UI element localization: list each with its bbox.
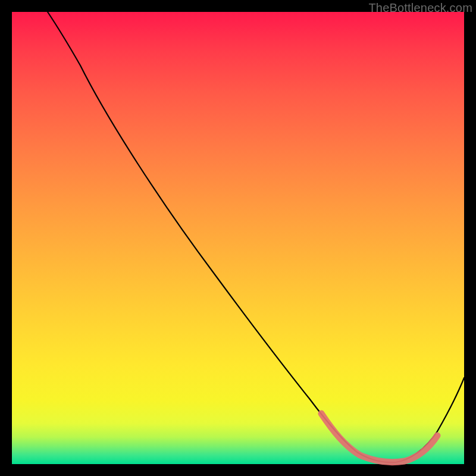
- chart-svg: [12, 12, 464, 464]
- bottleneck-curve: [48, 12, 464, 462]
- chart-stage: TheBottleneck.com: [0, 0, 476, 476]
- sweet-spot-marker: [321, 414, 437, 462]
- chart-plot-area: [12, 12, 464, 464]
- attribution-label: TheBottleneck.com: [368, 1, 472, 15]
